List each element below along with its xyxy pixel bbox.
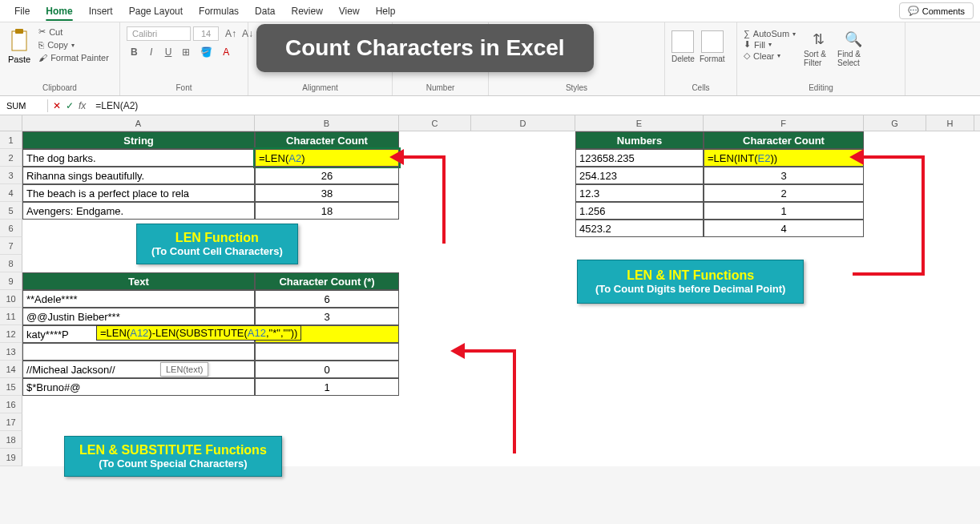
cell-B17[interactable] (255, 413, 399, 431)
cell-D5[interactable] (471, 202, 575, 220)
cell-D8[interactable] (471, 255, 575, 272)
cell-H15[interactable] (926, 378, 974, 396)
cell-C6[interactable] (399, 220, 471, 237)
menu-file[interactable]: File (6, 2, 38, 20)
cell-C12[interactable] (399, 325, 471, 343)
cell-B1[interactable]: Character Count (255, 131, 399, 149)
cell-G3[interactable] (864, 167, 926, 184)
cell-F17[interactable] (704, 413, 864, 431)
cell-B2[interactable]: =LEN(A2) (255, 149, 399, 167)
col-header-c[interactable]: C (399, 115, 471, 131)
cell-H19[interactable] (926, 449, 974, 466)
cell-C8[interactable] (399, 255, 471, 272)
cell-G15[interactable] (864, 378, 926, 396)
row-header[interactable]: 17 (0, 413, 22, 431)
cell-A17[interactable] (22, 413, 255, 431)
cell-E13[interactable] (575, 343, 704, 361)
formula-input[interactable]: =LEN(A2) (91, 99, 980, 113)
cell-F5[interactable]: 1 (704, 202, 864, 220)
cell-D15[interactable] (471, 378, 575, 396)
cell-G1[interactable] (864, 131, 926, 149)
cell-F3[interactable]: 3 (704, 167, 864, 184)
cell-D11[interactable] (471, 308, 575, 325)
row-header[interactable]: 8 (0, 255, 22, 272)
menu-home[interactable]: Home (38, 2, 80, 20)
cell-D14[interactable] (471, 361, 575, 378)
row-header[interactable]: 10 (0, 290, 22, 308)
cell-A4[interactable]: The beach is a perfect place to rela (22, 184, 255, 202)
cell-F16[interactable] (704, 396, 864, 413)
clear-button[interactable]: ◇Clear▾ (744, 50, 796, 61)
cell-C14[interactable] (399, 361, 471, 378)
cell-D2[interactable] (471, 149, 575, 167)
cell-G17[interactable] (864, 413, 926, 431)
cell-C1[interactable] (399, 131, 471, 149)
cell-G10[interactable] (864, 290, 926, 308)
cell-C16[interactable] (399, 396, 471, 413)
cell-G4[interactable] (864, 184, 926, 202)
cell-H14[interactable] (926, 361, 974, 378)
name-box[interactable]: SUM (0, 99, 48, 112)
fill-button[interactable]: ⬇Fill▾ (744, 39, 796, 50)
cell-D19[interactable] (471, 449, 575, 466)
cell-G5[interactable] (864, 202, 926, 220)
cell-E5[interactable]: 1.256 (575, 202, 704, 220)
cell-H1[interactable] (926, 131, 974, 149)
paste-button[interactable]: Paste (6, 26, 32, 66)
cell-C15[interactable] (399, 378, 471, 396)
cell-D12[interactable] (471, 325, 575, 343)
cell-G11[interactable] (864, 308, 926, 325)
comments-button[interactable]: 💬 Comments (899, 2, 974, 19)
cell-F6[interactable]: 4 (704, 220, 864, 237)
cell-G18[interactable] (864, 431, 926, 449)
cell-H11[interactable] (926, 308, 974, 325)
row-header[interactable]: 19 (0, 449, 22, 466)
borders-button[interactable]: ⊞ (178, 44, 194, 60)
cell-F7[interactable] (704, 237, 864, 255)
row-header[interactable]: 3 (0, 167, 22, 184)
cell-G8[interactable] (864, 255, 926, 272)
cell-D16[interactable] (471, 396, 575, 413)
find-select-button[interactable]: 🔍 Find & Select (837, 30, 869, 67)
col-header-h[interactable]: H (926, 115, 974, 131)
col-header-d[interactable]: D (471, 115, 575, 131)
cell-B16[interactable] (255, 396, 399, 413)
cell-F19[interactable] (704, 449, 864, 466)
cut-button[interactable]: ✂Cut (37, 26, 111, 38)
cell-H18[interactable] (926, 431, 974, 449)
italic-button[interactable]: I (144, 44, 159, 60)
cell-D6[interactable] (471, 220, 575, 237)
row-header[interactable]: 2 (0, 149, 22, 167)
row-header[interactable]: 9 (0, 272, 22, 290)
cell-A10[interactable]: **Adele**** (22, 290, 255, 308)
cell-H6[interactable] (926, 220, 974, 237)
autosum-button[interactable]: ∑AutoSum▾ (744, 29, 796, 38)
cancel-formula-icon[interactable]: ✕ (53, 100, 61, 111)
row-header[interactable]: 13 (0, 343, 22, 361)
cell-C19[interactable] (399, 449, 471, 466)
cell-E6[interactable]: 4523.2 (575, 220, 704, 237)
cell-E11[interactable] (575, 308, 704, 325)
cell-G7[interactable] (864, 237, 926, 255)
cell-H5[interactable] (926, 202, 974, 220)
cell-G16[interactable] (864, 396, 926, 413)
cell-G19[interactable] (864, 449, 926, 466)
cell-A13[interactable] (22, 343, 255, 361)
underline-button[interactable]: U (161, 44, 176, 60)
row-header[interactable]: 4 (0, 184, 22, 202)
cell-A5[interactable]: Avengers: Endgame. (22, 202, 255, 220)
row-header[interactable]: 6 (0, 220, 22, 237)
row-header[interactable]: 15 (0, 378, 22, 396)
cell-H7[interactable] (926, 237, 974, 255)
increase-font-icon[interactable]: A↑ (221, 26, 236, 42)
menu-formulas[interactable]: Formulas (191, 2, 247, 20)
cell-E15[interactable] (575, 378, 704, 396)
row-header[interactable]: 16 (0, 396, 22, 413)
fx-icon[interactable]: fx (79, 100, 86, 111)
cell-D4[interactable] (471, 184, 575, 202)
formula-overflow[interactable]: =LEN(A12)-LEN(SUBSTITUTE(A12,"*","")) (96, 325, 301, 341)
cell-C9[interactable] (399, 272, 471, 290)
cell-E7[interactable] (575, 237, 704, 255)
menu-insert[interactable]: Insert (81, 2, 121, 20)
cell-A15[interactable]: $*Bruno#@ (22, 378, 255, 396)
